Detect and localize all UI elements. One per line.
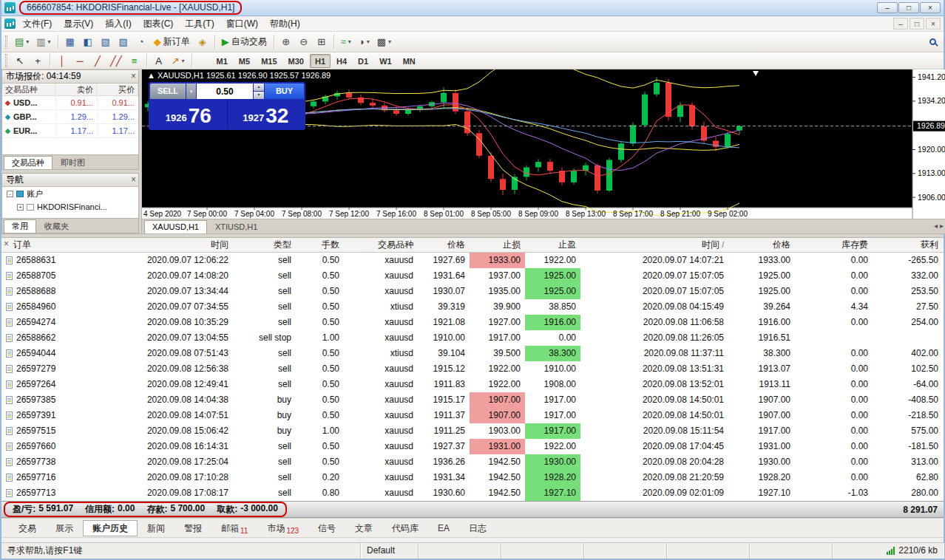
orders-column-header[interactable]: 时间 /: [580, 238, 728, 252]
orders-column-header[interactable]: 订单: [1, 238, 89, 252]
order-type-dropdown-icon[interactable]: ▾: [186, 83, 196, 99]
market-watch-row[interactable]: ◆EUR... 1.17... 1.17...: [2, 124, 138, 138]
timeframe-MN[interactable]: MN: [398, 54, 421, 68]
new-order-button[interactable]: ◆新订单: [150, 34, 194, 50]
status-profile[interactable]: Default: [361, 543, 419, 559]
timeframe-H4[interactable]: H4: [331, 54, 352, 68]
close-icon[interactable]: ×: [131, 174, 136, 185]
chart-maximize-button[interactable]: □: [910, 18, 924, 30]
order-row[interactable]: 26597391 2020.09.08 14:07:51 buy 0.50 xa…: [1, 408, 944, 423]
terminal-tab-新闻[interactable]: 新闻: [138, 520, 175, 536]
timeframe-M1[interactable]: M1: [211, 54, 233, 68]
order-row[interactable]: 26597660 2020.09.08 16:14:31 sell 0.50 x…: [1, 439, 944, 454]
orders-column-header[interactable]: 价格: [418, 238, 470, 252]
search-button[interactable]: [924, 34, 941, 50]
order-row[interactable]: 26594274 2020.09.08 10:35:29 sell 0.50 x…: [1, 315, 944, 330]
menu-insert[interactable]: 插入(I): [99, 17, 137, 31]
timeframe-M30[interactable]: M30: [283, 54, 309, 68]
sell-button[interactable]: SELL: [150, 83, 186, 99]
horizontal-line-button[interactable]: ─: [71, 52, 89, 69]
order-row[interactable]: 26597713 2020.09.08 17:08:17 sell 0.80 x…: [1, 485, 944, 501]
orders-column-header[interactable]: 时间: [89, 238, 233, 252]
order-row[interactable]: 26594044 2020.09.08 07:51:43 sell 0.50 x…: [1, 346, 944, 361]
chart-system-menu-icon[interactable]: [4, 18, 16, 29]
tree-toggle-icon[interactable]: +: [17, 204, 24, 211]
market-watch-row[interactable]: ◆GBP... 1.29... 1.29...: [2, 110, 138, 124]
order-row[interactable]: 26588662 2020.09.07 13:04:55 sell stop 1…: [1, 330, 944, 346]
timeframe-M15[interactable]: M15: [256, 54, 282, 68]
navigator-tree-item[interactable]: + HKDORISFinanci...: [2, 200, 138, 214]
orders-column-header[interactable]: 止损: [470, 238, 525, 252]
toolbar-grip[interactable]: [5, 54, 7, 67]
data-window-button[interactable]: ◧: [79, 34, 97, 50]
timeframe-W1[interactable]: W1: [374, 54, 397, 68]
maximize-button[interactable]: □: [898, 2, 919, 13]
terminal-tab-信号[interactable]: 信号: [308, 520, 345, 536]
mw-column-header[interactable]: 卖价: [55, 83, 97, 95]
indicators-button[interactable]: ≈▾: [337, 34, 355, 50]
toolbar-grip[interactable]: [5, 35, 7, 49]
tile-windows-button[interactable]: ⊞: [313, 34, 331, 50]
terminal-tab-交易[interactable]: 交易: [9, 520, 46, 536]
profiles-button[interactable]: ▥▾: [33, 34, 54, 50]
terminal-tab-EA[interactable]: EA: [428, 520, 459, 536]
zoom-out-button[interactable]: ⊖: [295, 34, 313, 50]
market-watch-tab[interactable]: 交易品种: [4, 156, 52, 169]
scroll-left-icon[interactable]: ◂: [934, 222, 938, 230]
market-watch-button[interactable]: ▦: [61, 34, 79, 50]
vertical-line-button[interactable]: │: [53, 52, 71, 69]
order-row[interactable]: 26588688 2020.09.07 13:34:44 sell 0.50 x…: [1, 284, 944, 299]
order-row[interactable]: 26597385 2020.09.08 14:04:38 buy 0.50 xa…: [1, 392, 944, 408]
autotrading-button[interactable]: ▶自动交易: [218, 34, 271, 50]
terminal-tab-展示[interactable]: 展示: [46, 520, 83, 536]
order-row[interactable]: 26584960 2020.09.07 07:34:55 sell 0.50 x…: [1, 299, 944, 315]
fibonacci-button[interactable]: ≡: [126, 52, 143, 69]
volume-step-down[interactable]: ▾: [254, 92, 264, 99]
arrows-button[interactable]: ↗▾: [168, 52, 189, 69]
periods-button[interactable]: ◑▾: [355, 34, 373, 50]
crosshair-button[interactable]: +: [29, 52, 47, 69]
tree-toggle-icon[interactable]: -: [7, 191, 13, 197]
orders-column-header[interactable]: 类型: [233, 238, 296, 252]
chart-close-button[interactable]: ×: [926, 18, 941, 30]
timeframe-H1[interactable]: H1: [310, 54, 331, 68]
terminal-close-icon[interactable]: ×: [4, 239, 9, 249]
order-row[interactable]: 26588705 2020.09.07 14:08:20 sell 0.50 x…: [1, 268, 944, 284]
menu-file[interactable]: 文件(F): [17, 17, 58, 31]
menu-help[interactable]: 帮助(H): [264, 17, 306, 31]
templates-button[interactable]: ▩▾: [373, 34, 395, 50]
chart-tab[interactable]: XAUUSD,H1: [144, 220, 207, 233]
volume-input[interactable]: [197, 83, 253, 99]
navigator-tab[interactable]: 常用: [4, 219, 36, 233]
menu-view[interactable]: 显示(V): [58, 17, 99, 31]
terminal-tab-警报[interactable]: 警报: [175, 520, 211, 536]
buy-button[interactable]: BUY: [265, 83, 304, 99]
equidistant-channel-button[interactable]: ╱╱: [106, 52, 126, 69]
order-row[interactable]: 26597515 2020.09.08 15:06:42 buy 1.00 xa…: [1, 423, 944, 439]
navigator-button[interactable]: ▧: [97, 34, 115, 50]
metaeditor-button[interactable]: ◈: [194, 34, 211, 50]
ask-price-display[interactable]: 1927 32: [228, 99, 305, 129]
terminal-tab-市场[interactable]: 市场123: [257, 520, 308, 536]
terminal-tab-邮箱[interactable]: 邮箱11: [211, 520, 257, 536]
timeframe-M5[interactable]: M5: [234, 54, 255, 68]
market-watch-row[interactable]: ◆USD... 0.91... 0.91...: [2, 96, 138, 110]
menu-charts[interactable]: 图表(C): [138, 17, 180, 31]
chart-area[interactable]: 1941.201934.201920.001913.001906.001926.…: [142, 69, 945, 219]
close-icon[interactable]: ×: [131, 71, 136, 82]
mw-column-header[interactable]: 交易品种: [2, 83, 55, 95]
order-row[interactable]: 26597716 2020.09.08 17:10:28 sell 0.20 x…: [1, 470, 944, 485]
scroll-right-icon[interactable]: ▸: [940, 222, 944, 230]
zoom-in-button[interactable]: ⊕: [277, 34, 295, 50]
orders-column-header[interactable]: 手数: [296, 238, 344, 252]
trendline-button[interactable]: ╱: [89, 52, 106, 69]
strategy-tester-button[interactable]: ◔: [132, 34, 150, 50]
mw-column-header[interactable]: 买价: [97, 83, 138, 95]
text-button[interactable]: A: [150, 52, 168, 69]
chart-minimize-button[interactable]: –: [893, 18, 908, 30]
terminal-button[interactable]: ▨: [115, 34, 132, 50]
minimize-button[interactable]: –: [877, 2, 898, 13]
navigator-tree-item[interactable]: - 账户: [2, 187, 138, 200]
order-row[interactable]: 26588631 2020.09.07 12:06:22 sell 0.50 x…: [1, 253, 944, 268]
timeframe-D1[interactable]: D1: [353, 54, 373, 68]
